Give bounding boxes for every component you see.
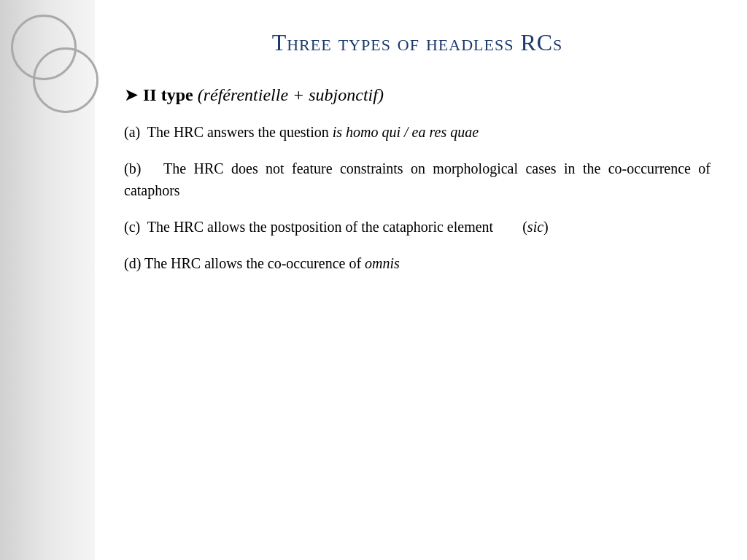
left-decoration bbox=[0, 0, 95, 560]
main-content: Three types of headless RCs ➤ II type (r… bbox=[95, 0, 747, 560]
item-c: (c) The HRC allows the postposition of t… bbox=[124, 216, 711, 238]
circle-decoration bbox=[4, 7, 91, 153]
item-a: (a) The HRC answers the question is homo… bbox=[124, 121, 711, 143]
item-d-text: (d) The HRC allows the co-occurence of o… bbox=[124, 255, 400, 271]
item-a-label: (a) The HRC answers the question is homo… bbox=[124, 124, 479, 140]
item-b-text: (b) The HRC does not feature constraints… bbox=[124, 160, 711, 198]
type-label: II type bbox=[143, 82, 193, 108]
slide-title: Three types of headless RCs bbox=[124, 29, 711, 56]
arrow-symbol: ➤ bbox=[124, 82, 139, 108]
type-heading: ➤ II type (référentielle + subjonctif) bbox=[124, 82, 711, 108]
item-b: (b) The HRC does not feature constraints… bbox=[124, 158, 711, 201]
content-body: ➤ II type (référentielle + subjonctif) (… bbox=[124, 82, 711, 274]
item-c-text: (c) The HRC allows the postposition of t… bbox=[124, 219, 549, 235]
circle-2 bbox=[33, 47, 98, 113]
type-subtitle: (référentielle + subjonctif) bbox=[198, 82, 384, 108]
item-d: (d) The HRC allows the co-occurence of o… bbox=[124, 252, 711, 274]
